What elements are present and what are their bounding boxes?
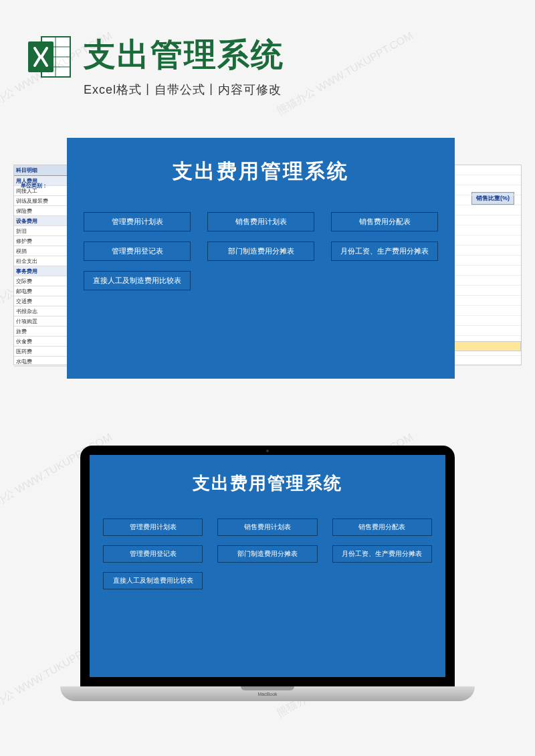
laptop-btn-sales-plan[interactable]: 销售费用计划表 [217,518,317,536]
btn-sales-alloc[interactable]: 销售费用分配表 [331,212,438,231]
main-title: 支出管理系统 [84,33,508,76]
laptop-btn-sales-alloc[interactable]: 销售费用分配表 [332,518,432,536]
laptop-btn-monthly-wage[interactable]: 月份工资、生产费用分摊表 [332,545,432,563]
unit-type-label: 单位类别： [21,182,47,189]
main-panel: 支出费用管理系统 管理费用计划表 销售费用计划表 销售费用分配表 管理费用登记表… [67,138,455,379]
btn-direct-labor[interactable]: 直接人工及制造费用比较表 [84,271,191,290]
btn-mgmt-register[interactable]: 管理费用登记表 [84,242,191,261]
panel-title: 支出费用管理系统 [84,158,438,185]
btn-monthly-wage[interactable]: 月份工资、生产费用分摊表 [331,242,438,261]
laptop-button-grid: 管理费用计划表 销售费用计划表 销售费用分配表 管理费用登记表 部门制造费用分摊… [103,518,432,589]
header: 支出管理系统 Excel格式丨自带公式丨内容可修改 [0,0,535,118]
laptop-screen: 支出费用管理系统 管理费用计划表 销售费用计划表 销售费用分配表 管理费用登记表… [80,446,455,686]
laptop-btn-direct-labor[interactable]: 直接人工及制造费用比较表 [103,572,203,589]
laptop-btn-dept-mfg[interactable]: 部门制造费用分摊表 [217,545,317,563]
laptop-base: MacBook [60,686,475,701]
laptop-camera [266,450,269,452]
preview-area: 单位类别： 科目明细 用人费用间接人工训练及服装费保险费设备费用折旧修护费税捐租… [13,138,522,392]
excel-icon [27,33,74,80]
laptop-notch [241,686,294,690]
subtitle: Excel格式丨自带公式丨内容可修改 [84,82,508,98]
highlighted-cell [454,341,521,351]
laptop-mockup: 支出费用管理系统 管理费用计划表 销售费用计划表 销售费用分配表 管理费用登记表… [60,446,475,701]
laptop-display: 支出费用管理系统 管理费用计划表 销售费用计划表 销售费用分配表 管理费用登记表… [90,455,445,677]
btn-mgmt-plan[interactable]: 管理费用计划表 [84,212,191,231]
button-grid: 管理费用计划表 销售费用计划表 销售费用分配表 管理费用登记表 部门制造费用分摊… [84,212,438,290]
laptop-btn-mgmt-plan[interactable]: 管理费用计划表 [103,518,203,536]
laptop-panel-title: 支出费用管理系统 [103,472,432,495]
laptop-brand-label: MacBook [257,692,277,696]
laptop-btn-mgmt-register[interactable]: 管理费用登记表 [103,545,203,563]
btn-sales-plan[interactable]: 销售费用计划表 [207,212,314,231]
btn-dept-mfg[interactable]: 部门制造费用分摊表 [207,242,314,261]
